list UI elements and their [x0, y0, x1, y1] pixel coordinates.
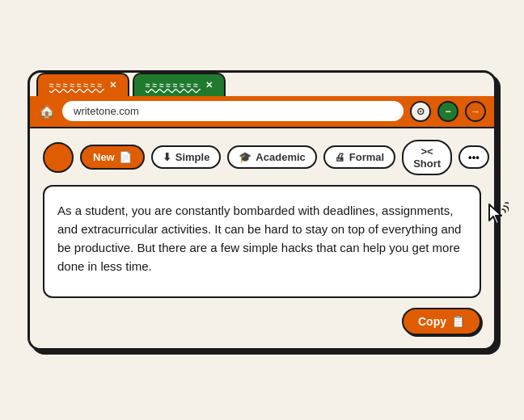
copy-row: Copy 📋: [43, 308, 481, 335]
copy-button[interactable]: Copy 📋: [402, 308, 481, 335]
tab-1[interactable]: ≈≈≈≈≈≈≈≈ ✕: [36, 73, 129, 96]
more-button[interactable]: •••: [458, 145, 489, 169]
new-button-label: New: [93, 151, 115, 163]
tab-1-label: ≈≈≈≈≈≈≈≈: [49, 81, 104, 90]
article-text: As a student, you are constantly bombard…: [57, 201, 467, 276]
nav-btn-forward[interactable]: →: [465, 101, 486, 122]
tab-1-close[interactable]: ✕: [109, 80, 116, 90]
academic-button[interactable]: 🎓 Academic: [227, 145, 316, 169]
tab-2[interactable]: ≈≈≈≈≈≈≈≈ ✕: [133, 73, 226, 96]
formal-label: Formal: [349, 151, 384, 163]
address-bar-area: 🏠 ⊙ − →: [30, 96, 494, 128]
formal-icon: 🖨: [335, 151, 345, 163]
avatar: [43, 142, 74, 173]
text-box: As a student, you are constantly bombard…: [43, 185, 481, 298]
nav-btn-reload[interactable]: ⊙: [410, 101, 431, 122]
simple-icon: ⬇: [163, 151, 171, 163]
tab-2-close[interactable]: ✕: [205, 80, 213, 90]
more-label: •••: [468, 151, 480, 163]
short-button[interactable]: >< Short: [402, 140, 452, 175]
nav-btn-minimize[interactable]: −: [437, 101, 458, 122]
formal-button[interactable]: 🖨 Formal: [323, 145, 395, 169]
copy-label: Copy: [418, 315, 446, 328]
toolbar: New 📄 ⬇ Simple 🎓 Academic 🖨 Formal >< Sh…: [43, 140, 481, 175]
academic-label: Academic: [256, 151, 305, 163]
browser-window: ≈≈≈≈≈≈≈≈ ✕ ≈≈≈≈≈≈≈≈ ✕ 🏠 ⊙ − → New 📄 ⬇ Si…: [27, 70, 497, 351]
simple-label: Simple: [175, 151, 210, 163]
tabs-bar: ≈≈≈≈≈≈≈≈ ✕ ≈≈≈≈≈≈≈≈ ✕: [30, 73, 494, 96]
copy-icon: 📋: [451, 315, 465, 328]
simple-button[interactable]: ⬇ Simple: [151, 145, 222, 169]
new-button[interactable]: New 📄: [80, 145, 145, 170]
cursor-icon: [483, 201, 509, 236]
new-button-icon: 📄: [119, 151, 132, 163]
home-icon[interactable]: 🏠: [38, 103, 56, 120]
short-label: >< Short: [413, 145, 441, 170]
tab-2-label: ≈≈≈≈≈≈≈≈: [146, 81, 201, 90]
main-content: New 📄 ⬇ Simple 🎓 Academic 🖨 Formal >< Sh…: [30, 128, 494, 348]
academic-icon: 🎓: [239, 151, 251, 163]
address-input[interactable]: [62, 101, 404, 121]
